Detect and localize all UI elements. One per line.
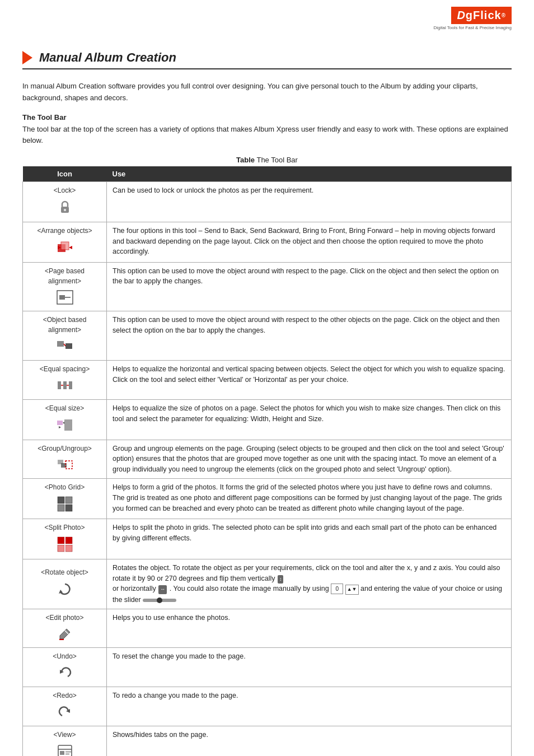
table-row: <Equal spacing> Helps to equalize the ho… bbox=[23, 361, 512, 400]
table-caption: Table The Tool Bar bbox=[22, 156, 512, 164]
toolbar-heading: The Tool Bar bbox=[22, 113, 512, 122]
redo-label: <Redo> bbox=[29, 690, 101, 701]
lock-label: <Lock> bbox=[29, 185, 101, 195]
redo-icon bbox=[58, 704, 72, 722]
icon-cell-equal-size: <Equal size> bbox=[23, 399, 107, 440]
table-row: <Equal size> Helps to equalize the size … bbox=[23, 399, 512, 440]
table-row: <Edit photo> Helps you to use enhance th… bbox=[23, 609, 512, 648]
icon-cell-lock: <Lock> bbox=[23, 182, 107, 222]
svg-rect-12 bbox=[58, 381, 61, 389]
use-cell-split: Helps to split the photo in grids. The s… bbox=[107, 519, 512, 559]
edit-photo-label: <Edit photo> bbox=[29, 613, 101, 623]
logo-area: DgFlick® Digital Tools for Fast & Precis… bbox=[434, 7, 512, 30]
svg-rect-10 bbox=[65, 343, 72, 349]
intro-paragraph: In manual Album Creation software provid… bbox=[22, 81, 512, 104]
svg-marker-20 bbox=[59, 426, 61, 428]
use-cell-page-align: This option can be used to move the obje… bbox=[107, 262, 512, 311]
logo-gflick: gFlick bbox=[466, 9, 502, 22]
page-align-label: <Page based alignment> bbox=[29, 266, 101, 286]
logo-d: D bbox=[457, 9, 465, 22]
equal-size-icon bbox=[57, 417, 73, 436]
icon-cell-redo: <Redo> bbox=[23, 687, 107, 726]
flip-v-btn: ↕ bbox=[278, 575, 284, 584]
svg-rect-28 bbox=[58, 537, 64, 544]
use-cell-undo: To reset the change you made to the page… bbox=[107, 648, 512, 687]
icon-cell-photo-grid: <Photo Grid> bbox=[23, 479, 107, 519]
table-row: <Redo> To redo a change you made to the … bbox=[23, 687, 512, 726]
rotate-input-display: 0 bbox=[331, 584, 343, 594]
page-title: Manual Album Creation bbox=[39, 50, 176, 65]
table-row: <Photo Grid> Helps to form a grid of the… bbox=[23, 479, 512, 519]
equal-size-label: <Equal size> bbox=[29, 403, 101, 413]
use-cell-equal-spacing: Helps to equalize the horizontal and ver… bbox=[107, 361, 512, 400]
svg-rect-30 bbox=[58, 545, 64, 552]
svg-rect-18 bbox=[64, 419, 72, 431]
edit-photo-icon bbox=[58, 627, 72, 645]
svg-marker-35 bbox=[60, 629, 70, 639]
logo-tagline: Digital Tools for Fast & Precise Imaging bbox=[434, 25, 512, 30]
svg-marker-19 bbox=[63, 422, 64, 424]
icon-cell-split: <Split Photo> bbox=[23, 519, 107, 559]
use-cell-view: Shows/hides tabs on the page. bbox=[107, 726, 512, 756]
arrange-label: <Arrange objects> bbox=[29, 226, 101, 236]
icon-cell-view: <View> bbox=[23, 726, 107, 756]
svg-rect-13 bbox=[63, 381, 67, 389]
view-label: <View> bbox=[29, 730, 101, 740]
page-container: DgFlick® Digital Tools for Fast & Precis… bbox=[0, 0, 534, 756]
lock-icon bbox=[57, 199, 73, 218]
svg-rect-17 bbox=[57, 421, 63, 425]
svg-rect-31 bbox=[65, 545, 72, 552]
view-icon bbox=[57, 744, 73, 756]
table-row: <Lock> Can be used to lock or unlock the… bbox=[23, 182, 512, 222]
undo-label: <Undo> bbox=[29, 651, 101, 661]
icon-cell-edit: <Edit photo> bbox=[23, 609, 107, 648]
table-row: <View> Shows/hides tabs on the page. bbox=[23, 726, 512, 756]
svg-rect-9 bbox=[57, 341, 64, 347]
use-cell-arrange: The four options in this tool – Send to … bbox=[107, 222, 512, 262]
table-row: <Arrange objects> The four options in th… bbox=[23, 222, 512, 262]
icon-cell-page-align: <Page based alignment> bbox=[23, 262, 107, 311]
rotate-object-icon bbox=[57, 581, 73, 600]
table-row: <Rotate object> Rotates the object. To r… bbox=[23, 559, 512, 609]
use-cell-group: Group and ungroup elements on the page. … bbox=[107, 440, 512, 479]
svg-rect-3 bbox=[61, 242, 69, 250]
photo-grid-icon bbox=[57, 496, 73, 515]
photo-grid-label: <Photo Grid> bbox=[29, 482, 101, 492]
col-icon-header: Icon bbox=[23, 166, 107, 182]
equal-spacing-icon bbox=[57, 378, 73, 396]
logo-registered: ® bbox=[502, 12, 506, 18]
icon-cell-arrange: <Arrange objects> bbox=[23, 222, 107, 262]
use-cell-photo-grid: Helps to form a grid of the photos. It f… bbox=[107, 479, 512, 519]
group-ungroup-icon bbox=[57, 458, 73, 475]
table-row: <Undo> To reset the change you made to t… bbox=[23, 648, 512, 687]
table-row: <Object based alignment> This option can… bbox=[23, 311, 512, 361]
table-header-row: Icon Use bbox=[23, 166, 512, 182]
rotate-stepper: ▲▼ bbox=[345, 585, 359, 595]
object-based-alignment-icon bbox=[57, 339, 73, 357]
svg-rect-24 bbox=[58, 497, 64, 503]
col-use-header: Use bbox=[107, 166, 512, 182]
rotate-text-input: . You could also rotate the image manual… bbox=[170, 585, 331, 592]
logo-box: DgFlick® bbox=[451, 7, 512, 24]
svg-rect-26 bbox=[58, 505, 64, 511]
use-cell-lock: Can be used to lock or unlock the photos… bbox=[107, 182, 512, 222]
svg-rect-44 bbox=[65, 753, 69, 755]
icon-cell-obj-align: <Object based alignment> bbox=[23, 311, 107, 361]
rotate-slider[interactable] bbox=[143, 599, 176, 602]
toolbar-paragraph: The tool bar at the top of the screen ha… bbox=[22, 124, 512, 147]
svg-marker-4 bbox=[69, 246, 72, 249]
use-cell-edit: Helps you to use enhance the photos. bbox=[107, 609, 512, 648]
svg-line-11 bbox=[64, 344, 65, 346]
table-row: <Split Photo> Helps to split the photo i… bbox=[23, 519, 512, 559]
group-label: <Group/Ungroup> bbox=[29, 444, 101, 454]
use-cell-redo: To redo a change you made to the page. bbox=[107, 687, 512, 726]
svg-rect-42 bbox=[60, 751, 64, 755]
svg-rect-14 bbox=[69, 381, 72, 389]
equal-spacing-label: <Equal spacing> bbox=[29, 364, 101, 374]
svg-rect-43 bbox=[65, 751, 71, 753]
svg-rect-7 bbox=[59, 295, 65, 300]
svg-rect-37 bbox=[59, 639, 64, 640]
title-section: Manual Album Creation bbox=[22, 50, 512, 69]
split-photo-label: <Split Photo> bbox=[29, 522, 101, 533]
use-cell-equal-size: Helps to equalize the size of photos on … bbox=[107, 399, 512, 440]
